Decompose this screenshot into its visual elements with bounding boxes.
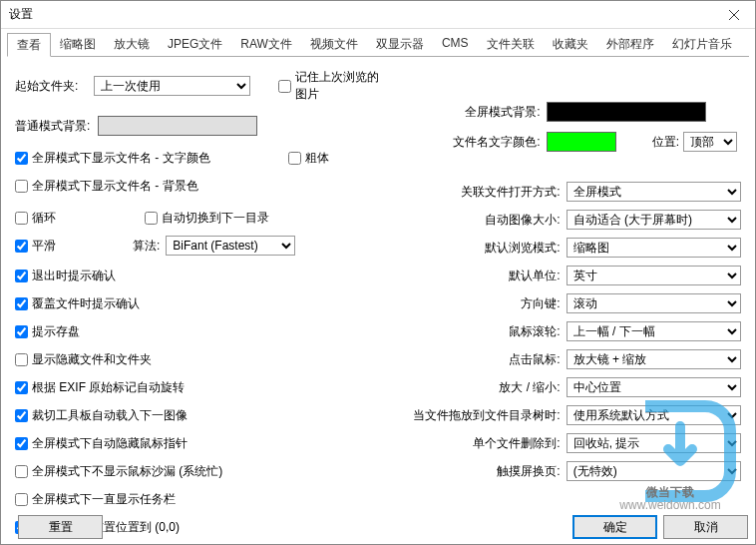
arrow-select[interactable]: 滚动 <box>567 293 741 313</box>
auto-size-select[interactable]: 自动适合 (大于屏幕时) <box>567 210 741 230</box>
full-bg-color[interactable] <box>547 102 706 122</box>
linked-open-select[interactable]: 全屏模式 <box>567 182 741 202</box>
full-bg-label: 全屏模式背景: <box>406 104 541 121</box>
auto-rotate-exif-checkbox[interactable]: 根据 EXIF 原始标记自动旋转 <box>15 379 185 396</box>
taskbar-full-checkbox[interactable]: 全屏模式下一直显示任务栏 <box>15 491 176 508</box>
browse-mode-select[interactable]: 缩略图 <box>567 238 741 258</box>
click-label: 点击鼠标: <box>406 351 561 368</box>
show-filename-bg-checkbox[interactable]: 全屏模式下显示文件名 - 背景色 <box>15 178 198 195</box>
titlebar: 设置 <box>1 1 755 29</box>
start-folder-select[interactable]: 上一次使用 <box>94 76 249 96</box>
linked-open-label: 关联文件打开方式: <box>406 184 561 201</box>
show-filename-fg-checkbox[interactable]: 全屏模式下显示文件名 - 文字颜色 <box>15 150 210 167</box>
filename-color[interactable] <box>547 132 616 152</box>
zoom-select[interactable]: 中心位置 <box>567 377 741 397</box>
filename-color-label: 文件名文字颜色: <box>406 134 541 151</box>
tab-magnifier[interactable]: 放大镜 <box>105 33 159 56</box>
close-icon <box>729 10 739 20</box>
reset-button[interactable]: 重置 <box>18 515 103 539</box>
drop-select[interactable]: 使用系统默认方式 <box>567 405 741 425</box>
cancel-button[interactable]: 取消 <box>663 515 748 539</box>
tab-dual[interactable]: 双显示器 <box>367 33 433 56</box>
arrow-label: 方向键: <box>406 295 561 312</box>
ok-button[interactable]: 确定 <box>572 515 657 539</box>
position-select[interactable]: 顶部 <box>683 132 737 152</box>
auto-next-dir-checkbox[interactable]: 自动切换到下一目录 <box>145 210 269 227</box>
zoom-label: 放大 / 缩小: <box>406 379 561 396</box>
loop-checkbox[interactable]: 循环 <box>15 210 145 227</box>
auto-size-label: 自动图像大小: <box>406 212 561 229</box>
left-column: 起始文件夹: 上一次使用 记住上次浏览的图片 普通模式背景: 全屏模式下显示文件… <box>15 69 386 542</box>
tab-jpeg[interactable]: JPEG文件 <box>159 33 231 56</box>
footer: 重置 确定 取消 <box>18 515 748 539</box>
normal-bg-color[interactable] <box>98 116 257 136</box>
algo-label: 算法: <box>133 238 160 255</box>
window-title: 设置 <box>9 6 713 23</box>
confirm-save-checkbox[interactable]: 提示存盘 <box>15 323 80 340</box>
tab-view[interactable]: 查看 <box>7 33 51 57</box>
hide-cursor-full-checkbox[interactable]: 全屏模式下自动隐藏鼠标指针 <box>15 435 188 452</box>
close-button[interactable] <box>713 1 755 29</box>
browse-mode-label: 默认浏览模式: <box>406 240 561 257</box>
drop-label: 当文件拖放到文件目录树时: <box>406 407 561 424</box>
tab-assoc[interactable]: 文件关联 <box>478 33 544 56</box>
remember-last-image-label: 记住上次浏览的图片 <box>295 69 386 103</box>
start-folder-label: 起始文件夹: <box>15 78 78 95</box>
tab-slideshow[interactable]: 幻灯片音乐 <box>663 33 741 56</box>
tab-bar: 查看 缩略图 放大镜 JPEG文件 RAW文件 视频文件 双显示器 CMS 文件… <box>7 33 749 57</box>
tab-cms[interactable]: CMS <box>433 33 478 56</box>
wheel-select[interactable]: 上一幅 / 下一幅 <box>567 321 741 341</box>
tab-favorites[interactable]: 收藏夹 <box>544 33 597 56</box>
smooth-checkbox[interactable]: 平滑 <box>15 238 133 255</box>
remember-last-image-checkbox[interactable]: 记住上次浏览的图片 <box>278 69 386 103</box>
touch-label: 触摸屏换页: <box>406 463 561 480</box>
right-column: 全屏模式背景: 文件名文字颜色: 位置: 顶部 关联文件打开方式:全屏模式 自动… <box>406 69 741 542</box>
position-label: 位置: <box>652 134 679 151</box>
click-select[interactable]: 放大镜 + 缩放 <box>567 349 741 369</box>
load-next-crop-checkbox[interactable]: 裁切工具板自动载入下一图像 <box>15 407 188 424</box>
content-area: 起始文件夹: 上一次使用 记住上次浏览的图片 普通模式背景: 全屏模式下显示文件… <box>1 57 755 545</box>
delete-label: 单个文件删除到: <box>406 435 561 452</box>
normal-bg-label: 普通模式背景: <box>15 118 90 135</box>
tab-external[interactable]: 外部程序 <box>597 33 663 56</box>
touch-select[interactable]: (无特效) <box>567 461 741 481</box>
wheel-label: 鼠标滚轮: <box>406 323 561 340</box>
unit-select[interactable]: 英寸 <box>567 266 741 285</box>
bold-checkbox[interactable]: 粗体 <box>288 150 329 167</box>
confirm-overwrite-checkbox[interactable]: 覆盖文件时提示确认 <box>15 295 140 312</box>
tab-raw[interactable]: RAW文件 <box>231 33 301 56</box>
tab-video[interactable]: 视频文件 <box>301 33 367 56</box>
tab-thumbnail[interactable]: 缩略图 <box>51 33 105 56</box>
show-hidden-checkbox[interactable]: 显示隐藏文件和文件夹 <box>15 351 152 368</box>
no-sand-full-checkbox[interactable]: 全屏模式下不显示鼠标沙漏 (系统忙) <box>15 463 222 480</box>
confirm-exit-checkbox[interactable]: 退出时提示确认 <box>15 268 116 284</box>
unit-label: 默认单位: <box>406 268 561 284</box>
delete-select[interactable]: 回收站, 提示 <box>567 433 741 453</box>
algo-select[interactable]: BiFant (Fastest) <box>166 236 295 256</box>
